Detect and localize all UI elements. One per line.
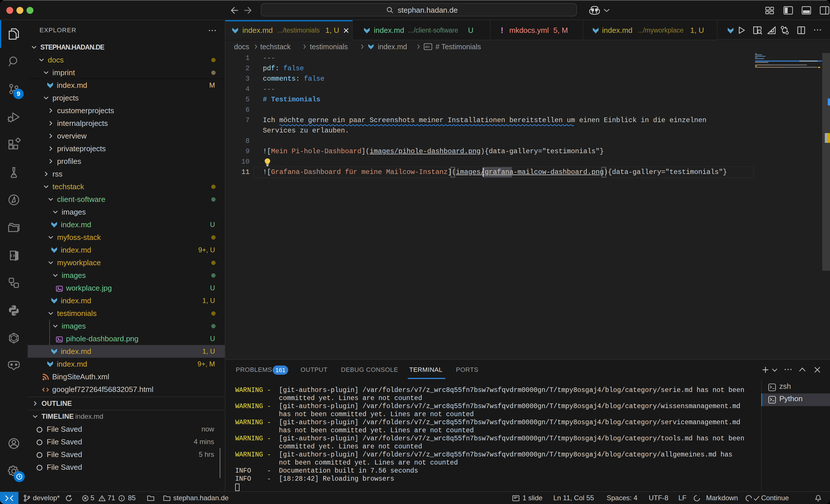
svg-text:abc: abc <box>425 45 430 48</box>
